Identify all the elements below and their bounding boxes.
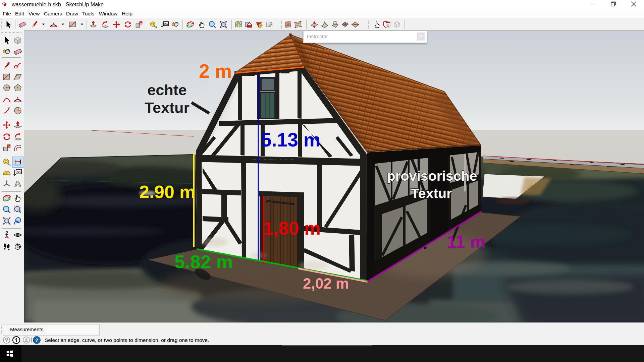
- svg-text:5.82 m: 5.82 m: [174, 251, 233, 272]
- svg-text:11 m: 11 m: [447, 232, 486, 251]
- svg-text:echte: echte: [147, 81, 187, 99]
- svg-text:2.90 m: 2.90 m: [139, 182, 196, 202]
- svg-text:?: ?: [35, 338, 38, 343]
- svg-text:C: C: [17, 246, 18, 248]
- svg-text:Textur: Textur: [145, 99, 190, 116]
- svg-text:5.13 m: 5.13 m: [261, 129, 320, 150]
- svg-text:2,02 m: 2,02 m: [303, 275, 349, 292]
- svg-text:A1: A1: [164, 22, 168, 25]
- svg-text:provisorische: provisorische: [387, 168, 477, 184]
- svg-text:Textur: Textur: [411, 186, 452, 201]
- svg-text:A1: A1: [17, 170, 21, 174]
- svg-text:2 m: 2 m: [199, 60, 232, 82]
- svg-text:1,80 m: 1,80 m: [263, 218, 321, 239]
